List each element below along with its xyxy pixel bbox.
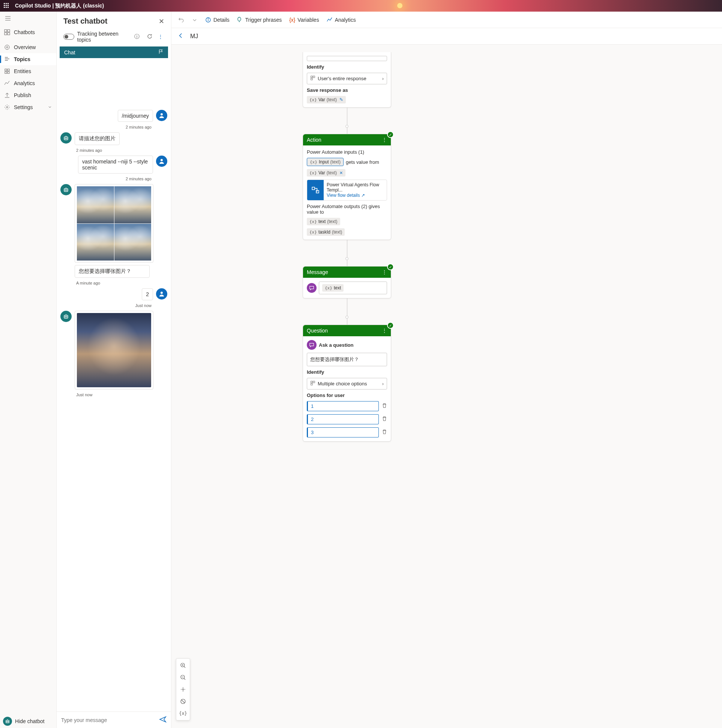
field-label: Identify [307, 369, 387, 375]
identify-field[interactable]: User's entire response › [307, 73, 387, 84]
trash-icon[interactable] [382, 416, 387, 422]
fit-button[interactable] [178, 684, 188, 694]
svg-rect-6 [8, 33, 10, 35]
svg-rect-4 [8, 30, 10, 32]
reload-icon[interactable] [146, 32, 154, 41]
text-field[interactable] [307, 56, 387, 61]
svg-point-18 [6, 721, 7, 722]
svg-line-48 [184, 667, 185, 668]
chat-input[interactable] [61, 717, 156, 723]
undo-dropdown[interactable] [189, 15, 201, 25]
nav-entities[interactable]: Entities [0, 65, 56, 77]
trigger-button[interactable]: Trigger phrases [234, 15, 285, 25]
identify-field[interactable]: Multiple choice options › [307, 378, 387, 390]
toolbar-label: Variables [297, 17, 319, 23]
chevron-down-icon [192, 17, 198, 23]
variable-chip[interactable]: {x}Var (text)✕ [307, 169, 345, 177]
question-text-field[interactable]: 您想要选择哪张图片？ [307, 353, 387, 366]
back-arrow-icon[interactable] [178, 32, 184, 40]
tracking-toggle[interactable] [63, 34, 74, 40]
undo-icon [178, 17, 184, 23]
hide-chatbot-button[interactable]: Hide chatbot [3, 717, 44, 726]
nav-overview[interactable]: Overview [0, 41, 56, 53]
svg-point-38 [208, 18, 208, 19]
edit-icon[interactable]: ✎ [339, 97, 343, 102]
message-timestamp: Just now [76, 393, 167, 397]
more-icon[interactable]: ⋮ [382, 327, 387, 333]
canvas-body[interactable]: Identify User's entire response › Save r… [172, 44, 722, 728]
chat-body: /midjourney 2 minutes ago 请描述您的图片 2 minu… [57, 58, 171, 711]
svg-point-8 [6, 46, 8, 48]
hamburger-icon[interactable] [0, 12, 56, 26]
topic-name: MJ [190, 33, 198, 40]
label-text: gets value from [346, 159, 379, 165]
variable-chip[interactable]: {x}text (text) [307, 218, 340, 225]
chevron-right-icon: › [382, 76, 384, 81]
message-node[interactable]: ✓ Message⋮ {x}text [303, 266, 391, 298]
svg-rect-5 [5, 33, 7, 35]
nav-publish[interactable]: Publish [0, 89, 56, 101]
field-label: Options for user [307, 393, 387, 398]
chat-message-user: 2 [60, 288, 167, 300]
trash-icon[interactable] [382, 429, 387, 436]
svg-point-54 [182, 689, 184, 690]
zoom-in-button[interactable] [178, 660, 188, 671]
chat-message-bot [60, 311, 167, 390]
flow-card[interactable]: Power Virtual Agents Flow Templ... View … [307, 180, 387, 200]
action-node[interactable]: ✓ Action⋮ Power Automate inputs (1) {x}I… [303, 134, 391, 240]
variables-button[interactable]: {x} [178, 708, 188, 719]
message-text-field[interactable]: {x}text [319, 281, 387, 294]
variables-button[interactable]: {x}Variables [286, 15, 322, 25]
nav-chatbots[interactable]: Chatbots [0, 26, 56, 38]
image-message[interactable] [75, 184, 153, 263]
option-row: 3 [307, 427, 387, 437]
variable-chip[interactable]: {x}taskId (text) [307, 228, 345, 236]
flow-link[interactable]: View flow details ↗ [327, 193, 365, 198]
message-text: 请描述您的图片 [75, 132, 120, 145]
field-label: Identify [307, 64, 387, 70]
nav-topics[interactable]: Topics [0, 53, 56, 65]
variable-chip[interactable]: {x}text [322, 284, 343, 292]
variable-chip[interactable]: {x}Var (text)✎ [307, 96, 346, 104]
undo-button[interactable] [175, 15, 187, 25]
more-icon[interactable]: ⋮ [382, 137, 387, 143]
check-badge-icon: ✓ [387, 131, 394, 138]
nav-analytics[interactable]: Analytics [0, 77, 56, 89]
image-message[interactable] [75, 311, 153, 390]
send-icon[interactable] [159, 716, 167, 724]
more-icon[interactable]: ⋮ [382, 269, 387, 275]
chat-tab-label: Chat [64, 49, 158, 55]
option-input[interactable]: 1 [307, 401, 379, 411]
test-chatbot-panel: Test chatbot ✕ Tracking between topics ⓘ… [57, 12, 172, 728]
analytics-icon [4, 80, 10, 86]
question-node[interactable]: ✓ Question⋮ Ask a question 您想要选择哪张图片？ Id… [303, 325, 391, 442]
publish-icon [4, 92, 10, 98]
svg-rect-12 [5, 69, 7, 71]
question-node-partial[interactable]: Identify User's entire response › Save r… [303, 52, 391, 108]
flag-icon[interactable] [158, 49, 164, 55]
zoom-out-button[interactable] [178, 672, 188, 683]
info-icon [205, 17, 211, 23]
variable-chip[interactable]: {x}Input (text) [307, 158, 343, 166]
svg-rect-43 [316, 190, 319, 193]
nav-settings[interactable]: Settings [0, 101, 56, 113]
minimap-button[interactable] [178, 696, 188, 707]
app-launcher-icon[interactable] [4, 3, 10, 9]
close-icon[interactable]: ✕ [159, 17, 164, 26]
field-value: User's entire response [318, 76, 366, 81]
bot-avatar-icon [60, 132, 72, 144]
details-button[interactable]: Details [202, 15, 233, 25]
nav-label: Chatbots [14, 29, 35, 35]
chat-tab[interactable]: Chat [60, 46, 168, 58]
trash-icon[interactable] [382, 403, 387, 409]
more-icon[interactable]: ⋮ [157, 33, 164, 41]
bot-avatar-icon [60, 184, 72, 195]
option-input[interactable]: 2 [307, 414, 379, 424]
flow-title: Power Virtual Agents Flow Templ... [327, 182, 384, 193]
top-bar: Copilot Studio | 预约机器人 (classic) [0, 0, 722, 12]
analytics-button[interactable]: Analytics [324, 15, 359, 25]
option-input[interactable]: 3 [307, 427, 379, 437]
remove-icon[interactable]: ✕ [339, 171, 343, 176]
message-text: 您想要选择哪张图片？ [75, 265, 150, 278]
info-icon[interactable]: ⓘ [134, 34, 139, 40]
